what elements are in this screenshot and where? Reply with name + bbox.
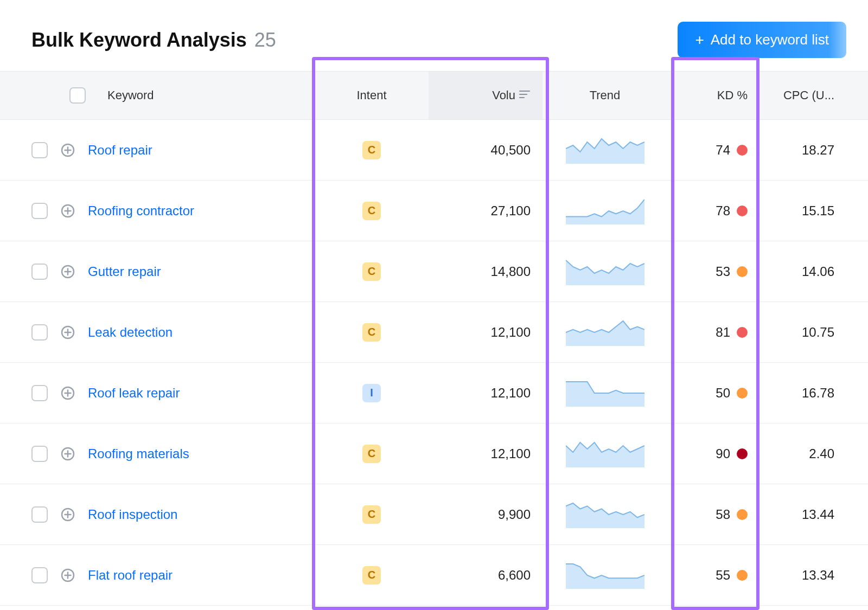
intent-badge: C (362, 566, 381, 585)
keyword-table: Keyword Intent Volu Trend KD % CPC (U...… (0, 71, 868, 610)
kd-value: 50 (716, 386, 730, 401)
keyword-link[interactable]: Gutter repair (88, 264, 161, 279)
intent-badge: C (362, 323, 381, 342)
kd-value: 53 (716, 264, 730, 279)
expand-icon[interactable] (60, 324, 76, 341)
row-checkbox[interactable] (31, 567, 48, 583)
cpc-value: 22.96 (760, 606, 846, 610)
plus-icon: + (695, 33, 704, 48)
intent-badge: I (362, 384, 381, 402)
kd-indicator-dot (737, 448, 748, 459)
col-cpc[interactable]: CPC (U... (760, 72, 846, 119)
volume-value: 14,800 (429, 241, 542, 301)
trend-sparkline (542, 545, 667, 605)
kd-indicator-dot (737, 509, 748, 520)
volume-value: 12,100 (429, 423, 542, 484)
kd-value: 78 (716, 203, 730, 219)
expand-icon[interactable] (60, 142, 76, 158)
volume-value: 6,600 (429, 545, 542, 605)
keyword-link[interactable]: Roof inspection (88, 507, 177, 522)
volume-value: 9,900 (429, 484, 542, 544)
table-row: Emergency roof repair C 5,400 27 22.96 (0, 606, 868, 610)
row-checkbox[interactable] (31, 446, 48, 462)
cpc-value: 14.06 (760, 241, 846, 301)
trend-sparkline (542, 241, 667, 301)
kd-value: 81 (716, 325, 730, 340)
table-row: Gutter repair C 14,800 53 14.06 (0, 241, 868, 302)
row-checkbox[interactable] (31, 142, 48, 158)
trend-sparkline (542, 302, 667, 362)
cpc-value: 2.40 (760, 423, 846, 484)
kd-indicator-dot (737, 206, 748, 216)
table-row: Roof inspection C 9,900 58 13.44 (0, 484, 868, 545)
cpc-value: 13.44 (760, 484, 846, 544)
add-to-keyword-list-button[interactable]: + Add to keyword list (678, 22, 846, 58)
expand-icon[interactable] (60, 385, 76, 401)
table-row: Roofing materials C 12,100 90 2.40 (0, 423, 868, 484)
row-checkbox[interactable] (31, 385, 48, 401)
cpc-value: 10.75 (760, 302, 846, 362)
expand-icon[interactable] (60, 264, 76, 280)
intent-badge: C (362, 505, 381, 524)
table-row: Roof repair C 40,500 74 18.27 (0, 120, 868, 181)
add-button-label: Add to keyword list (711, 31, 829, 48)
keyword-link[interactable]: Roofing contractor (88, 203, 194, 219)
keyword-link[interactable]: Roof leak repair (88, 386, 180, 401)
kd-indicator-dot (737, 570, 748, 581)
kd-indicator-dot (737, 266, 748, 277)
cpc-value: 18.27 (760, 120, 846, 180)
col-intent[interactable]: Intent (315, 72, 429, 119)
kd-value: 74 (716, 143, 730, 158)
row-checkbox[interactable] (31, 264, 48, 280)
row-checkbox[interactable] (31, 324, 48, 341)
table-row: Roof leak repair I 12,100 50 16.78 (0, 363, 868, 423)
trend-sparkline (542, 423, 667, 484)
page-title: Bulk Keyword Analysis (31, 29, 247, 52)
expand-icon[interactable] (60, 567, 76, 583)
volume-value: 27,100 (429, 181, 542, 241)
col-keyword[interactable]: Keyword (107, 88, 154, 102)
keyword-link[interactable]: Roofing materials (88, 446, 189, 461)
col-trend[interactable]: Trend (542, 72, 667, 119)
volume-value: 12,100 (429, 302, 542, 362)
intent-badge: C (362, 445, 381, 463)
expand-icon[interactable] (60, 446, 76, 462)
trend-sparkline (542, 363, 667, 423)
trend-sparkline (542, 181, 667, 241)
cpc-value: 15.15 (760, 181, 846, 241)
keyword-link[interactable]: Leak detection (88, 325, 173, 340)
result-count: 25 (254, 29, 276, 52)
kd-indicator-dot (737, 327, 748, 338)
table-row: Flat roof repair C 6,600 55 13.34 (0, 545, 868, 606)
intent-badge: C (362, 262, 381, 281)
expand-icon[interactable] (60, 506, 76, 523)
intent-badge: C (362, 202, 381, 220)
trend-sparkline (542, 484, 667, 544)
col-kd[interactable]: KD % (667, 72, 760, 119)
sort-desc-icon (519, 88, 531, 102)
select-all-checkbox[interactable] (69, 87, 86, 104)
kd-indicator-dot (737, 388, 748, 399)
keyword-link[interactable]: Roof repair (88, 143, 152, 158)
expand-icon[interactable] (60, 203, 76, 219)
volume-value: 12,100 (429, 363, 542, 423)
trend-sparkline (542, 120, 667, 180)
table-row: Leak detection C 12,100 81 10.75 (0, 302, 868, 363)
kd-value: 90 (716, 446, 730, 461)
volume-value: 5,400 (429, 606, 542, 610)
kd-value: 58 (716, 507, 730, 522)
row-checkbox[interactable] (31, 203, 48, 219)
cpc-value: 13.34 (760, 545, 846, 605)
table-header-row: Keyword Intent Volu Trend KD % CPC (U... (0, 71, 868, 120)
row-checkbox[interactable] (31, 506, 48, 523)
table-row: Roofing contractor C 27,100 78 15.15 (0, 181, 868, 241)
kd-value: 55 (716, 568, 730, 583)
volume-value: 40,500 (429, 120, 542, 180)
trend-sparkline (542, 606, 667, 610)
intent-badge: C (362, 141, 381, 159)
keyword-link[interactable]: Flat roof repair (88, 568, 173, 583)
cpc-value: 16.78 (760, 363, 846, 423)
kd-indicator-dot (737, 145, 748, 156)
col-volume[interactable]: Volu (429, 72, 542, 119)
